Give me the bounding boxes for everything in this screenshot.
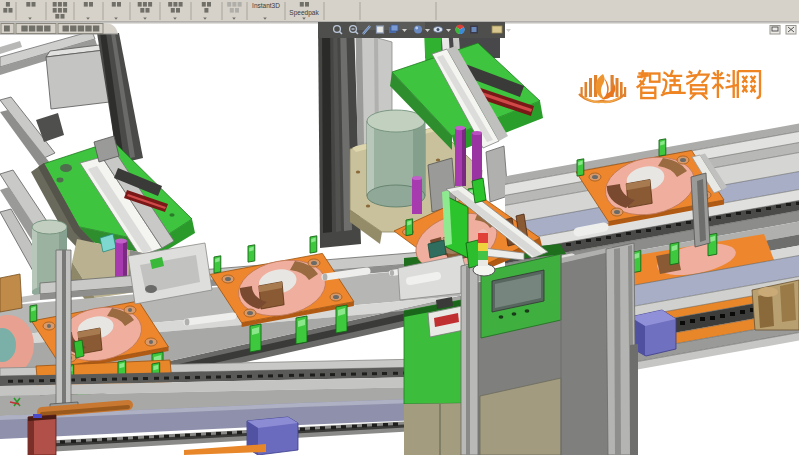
- svg-text:Speedpak: Speedpak: [289, 9, 319, 17]
- svg-text:Instant3D: Instant3D: [252, 2, 280, 9]
